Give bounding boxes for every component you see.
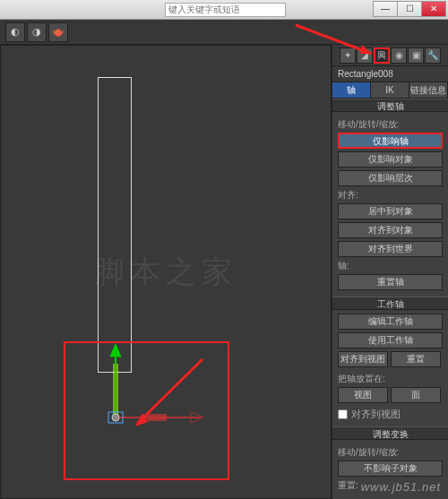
rollout-adjust-transform[interactable]: 调整变换 (332, 426, 448, 440)
panel-tab-icons: ✦ ◢ 興 ◉ ▣ 🔧 (332, 45, 448, 66)
svg-marker-3 (110, 344, 121, 357)
svg-rect-8 (147, 414, 167, 421)
viewport[interactable]: 脚本之家 (0, 45, 332, 499)
tab-link-info[interactable]: 链接信息 (409, 82, 448, 98)
toolbar: ◐ ◑ 🫖 (0, 20, 448, 45)
create-tab-icon[interactable]: ✦ (340, 47, 356, 64)
search-input[interactable] (165, 3, 286, 17)
svg-point-10 (112, 414, 119, 421)
move-gizmo[interactable] (98, 337, 214, 426)
object-name: Rectangle008 (332, 66, 448, 82)
align-to-view-checkbox[interactable]: 对齐到视图 (338, 408, 443, 421)
group-axis: 轴: (338, 260, 443, 272)
group-place-pivot: 把轴放置在: (338, 373, 443, 385)
titlebar: — ☐ ✕ (0, 0, 448, 20)
place-surface-button[interactable]: 面 (391, 387, 441, 403)
group-align: 对齐: (338, 189, 443, 202)
close-button[interactable]: ✕ (421, 1, 446, 17)
align-to-object-button[interactable]: 对齐到对象 (338, 222, 443, 238)
use-work-axis-button[interactable]: 使用工作轴 (338, 332, 443, 348)
affect-pivot-only-button[interactable]: 仅影响轴 (338, 133, 443, 149)
align-to-view-button[interactable]: 对齐到视图 (338, 351, 388, 367)
hierarchy-tab-icon[interactable]: 興 (374, 47, 390, 64)
align-to-world-button[interactable]: 对齐到世界 (338, 241, 443, 257)
maximize-button[interactable]: ☐ (397, 1, 422, 17)
reset-work-button[interactable]: 重置 (391, 351, 441, 367)
tab-ik[interactable]: IK (371, 82, 409, 98)
center-to-object-button[interactable]: 居中到对象 (338, 203, 443, 219)
modify-tab-icon[interactable]: ◢ (357, 47, 373, 64)
teapot-icon[interactable]: 🫖 (48, 22, 68, 42)
place-view-button[interactable]: 视图 (338, 387, 388, 403)
watermark: www.jb51.net (361, 480, 441, 494)
rollout-adjust-axis[interactable]: 调整轴 (332, 99, 448, 112)
tool-button-1[interactable]: ◐ (5, 22, 25, 42)
affect-object-only-button[interactable]: 仅影响对象 (338, 151, 443, 168)
tab-pivot[interactable]: 轴 (332, 82, 371, 98)
group-move-rot-scale: 移动/旋转/缩放: (338, 118, 443, 131)
affect-hierarchy-only-button[interactable]: 仅影响层次 (338, 170, 443, 186)
sub-tabs: 轴 IK 链接信息 (332, 82, 448, 99)
group-move-rot-scale-2: 移动/旋转/缩放: (338, 446, 443, 459)
utilities-tab-icon[interactable]: 🔧 (425, 47, 441, 64)
display-tab-icon[interactable]: ▣ (408, 47, 424, 64)
tool-button-2[interactable]: ◑ (27, 22, 47, 42)
reset-axis-button[interactable]: 重置轴 (338, 274, 443, 290)
motion-tab-icon[interactable]: ◉ (391, 47, 407, 64)
rectangle-object[interactable] (98, 77, 132, 373)
rollout-work-axis[interactable]: 工作轴 (332, 297, 448, 310)
command-panel: ✦ ◢ 興 ◉ ▣ 🔧 Rectangle008 轴 IK 链接信息 调整轴 移… (332, 45, 448, 499)
edit-work-axis-button[interactable]: 编辑工作轴 (338, 314, 443, 330)
minimize-button[interactable]: — (373, 1, 398, 17)
dont-affect-children-button[interactable]: 不影响子对象 (338, 460, 443, 477)
